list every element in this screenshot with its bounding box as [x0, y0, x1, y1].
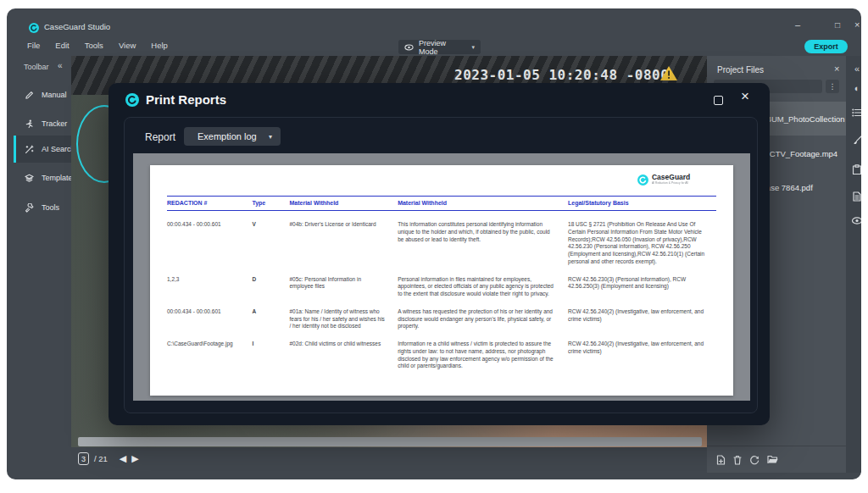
- toolbar-header: Toolbar: [24, 63, 49, 71]
- document-brand: CaseGuard AI Redaction & Privacy for All: [637, 174, 718, 186]
- contrast-icon[interactable]: ◐: [854, 83, 860, 93]
- page-navigator: 3 / 21 ◀ ▶: [78, 452, 139, 465]
- sidebar-item-manual[interactable]: Manual: [14, 81, 71, 108]
- video-scrubber[interactable]: [78, 437, 702, 446]
- report-label: Report: [145, 131, 175, 143]
- app-title: CaseGuard Studio: [44, 22, 110, 31]
- chevron-down-icon: ▾: [471, 44, 475, 51]
- task-list-icon[interactable]: [852, 108, 861, 117]
- chevron-down-icon: ▾: [269, 133, 272, 141]
- panel-close-icon[interactable]: ×: [834, 64, 839, 74]
- screenshot: CaseGuard Studio – □ × File Edit Tools V…: [0, 0, 868, 493]
- sidebar-item-tools[interactable]: Tools: [14, 194, 71, 221]
- menu-edit[interactable]: Edit: [55, 41, 69, 50]
- clipboard-icon[interactable]: [853, 164, 862, 174]
- window-minimize-button[interactable]: –: [795, 19, 800, 30]
- modal-close-icon[interactable]: ×: [741, 88, 749, 105]
- menu-view[interactable]: View: [119, 41, 136, 50]
- preview-mode-dropdown[interactable]: Preview Mode ▾: [398, 40, 481, 54]
- total-pages-label: / 21: [94, 454, 108, 463]
- magic-wand-icon: [25, 145, 34, 154]
- col-legal-basis: Legal/Statutory Basis: [568, 200, 716, 206]
- table-row: C:\CaseGuard\Footage.jpg I #02d: Child v…: [167, 330, 716, 370]
- modal-maximize-icon[interactable]: [714, 96, 723, 105]
- modal-title: Print Reports: [146, 92, 226, 107]
- exemption-log-table: REDACTION # Type Material Withheld Mater…: [167, 196, 716, 370]
- trash-icon[interactable]: [733, 455, 742, 465]
- kebab-menu-icon[interactable]: ⋮: [826, 80, 839, 93]
- current-page-input[interactable]: 3: [78, 452, 89, 465]
- sidebar-item-label: Tracker: [42, 119, 67, 128]
- table-row: 1,2,3 D #05c: Personal Information in em…: [167, 266, 716, 298]
- collapse-sidebar-icon[interactable]: «: [58, 61, 63, 70]
- report-page: CaseGuard AI Redaction & Privacy for All…: [150, 165, 733, 396]
- runner-icon: [25, 119, 34, 129]
- eye-icon: [404, 44, 414, 51]
- layers-icon: [25, 174, 34, 183]
- add-file-icon[interactable]: [716, 455, 726, 465]
- col-material-withheld: Material Withheld: [290, 200, 398, 206]
- export-button[interactable]: Export: [804, 40, 848, 53]
- menu-help[interactable]: Help: [151, 41, 168, 50]
- brand-name: CaseGuard: [652, 174, 718, 181]
- col-type: Type: [252, 200, 289, 206]
- pen-icon: [25, 91, 34, 100]
- report-type-value: Exemption log: [198, 131, 269, 141]
- menubar: File Edit Tools View Help: [27, 41, 168, 50]
- collapse-panel-icon[interactable]: «: [854, 64, 860, 74]
- window-maximize-button[interactable]: □: [835, 20, 840, 30]
- sidebar-item-ai-search[interactable]: AI Search: [14, 136, 71, 163]
- warning-icon: [659, 65, 678, 81]
- window-close-button[interactable]: ×: [854, 19, 860, 30]
- document-icon[interactable]: [853, 191, 861, 202]
- brush-icon[interactable]: [852, 136, 861, 146]
- table-row: 00:00.434 - 00:00.601 A #01a: Name / Ide…: [167, 298, 716, 330]
- sidebar-item-label: AI Search: [42, 145, 75, 153]
- file-actions-bar: [707, 446, 846, 473]
- next-page-button[interactable]: ▶: [131, 453, 138, 464]
- table-row: 00:00.434 - 00:00.601 V #04b: Driver's L…: [167, 211, 716, 266]
- visibility-icon[interactable]: [852, 217, 862, 224]
- app-logo-icon: [29, 23, 39, 33]
- preview-mode-label: Preview Mode: [419, 39, 466, 56]
- wrench-icon: [25, 203, 34, 213]
- menu-file[interactable]: File: [27, 41, 40, 50]
- open-folder-icon[interactable]: [767, 455, 778, 464]
- menu-tools[interactable]: Tools: [85, 41, 103, 50]
- caseguard-logo-icon: [125, 93, 139, 107]
- video-timestamp: 2023-01-05 10:20:48 -0800: [454, 67, 669, 83]
- col-redaction: REDACTION #: [167, 200, 252, 206]
- project-files-title: Project Files: [717, 65, 764, 75]
- modal-body: Report Exemption log ▾ CaseGuard: [124, 117, 758, 413]
- sidebar-item-label: Manual: [42, 91, 67, 99]
- brand-text: CaseGuard AI Redaction & Privacy for All: [652, 174, 718, 186]
- sidebar-item-template[interactable]: Template: [14, 164, 71, 191]
- sidebar-item-tracker[interactable]: Tracker: [14, 110, 71, 137]
- app-window: CaseGuard Studio – □ × File Edit Tools V…: [7, 8, 861, 479]
- refresh-icon[interactable]: [749, 455, 760, 465]
- col-material-withheld-desc: Material Withheld: [398, 200, 568, 206]
- caseguard-logo-icon: [637, 174, 648, 186]
- brand-tagline: AI Redaction & Privacy for All: [652, 181, 688, 184]
- print-reports-modal: Print Reports × Report Exemption log ▾: [108, 83, 770, 425]
- prev-page-button[interactable]: ◀: [120, 453, 126, 464]
- file-name: CCTV_Footage.mp4: [764, 149, 837, 158]
- sidebar-item-label: Tools: [42, 203, 59, 212]
- sidebar-item-label: Template: [42, 174, 73, 182]
- right-icon-rail: « ◐: [846, 56, 861, 473]
- table-header-row: REDACTION # Type Material Withheld Mater…: [167, 196, 716, 211]
- report-type-dropdown[interactable]: Exemption log ▾: [184, 127, 281, 146]
- report-preview-area: CaseGuard AI Redaction & Privacy for All…: [133, 153, 750, 401]
